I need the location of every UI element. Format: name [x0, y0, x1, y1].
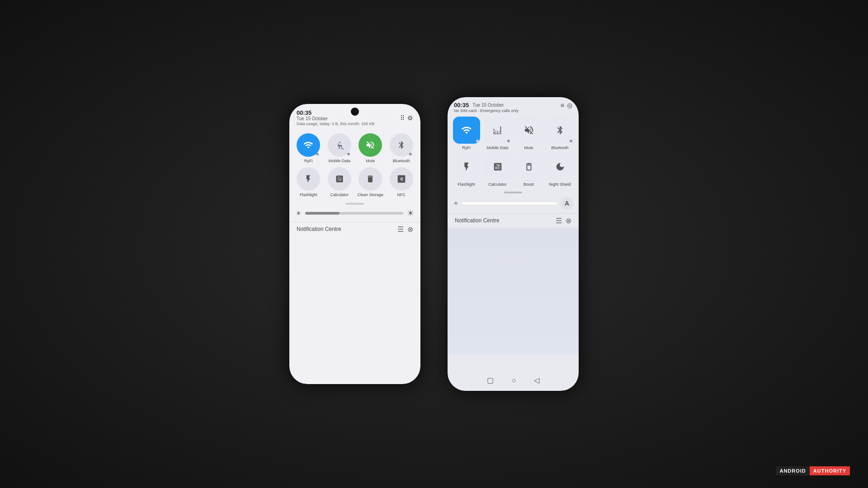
scroll-indicator-left: [346, 203, 364, 205]
phone-right-screen: 00:35 Tue 15 October No SIM card - Emerg…: [448, 97, 579, 391]
notif-close-icon-right[interactable]: ⊗: [566, 216, 571, 225]
expand-dot-bt: [409, 153, 412, 155]
mute-icon-right: [515, 117, 542, 144]
time-left: 00:35: [297, 109, 375, 116]
notif-list-icon-right[interactable]: ☰: [556, 216, 562, 225]
tile-label-calc-right: Calculator: [488, 182, 507, 187]
bluetooth-icon-left: [390, 133, 413, 157]
tile-night-shield-right[interactable]: Night Shield: [546, 153, 574, 187]
status-left-right-info: 00:35 Tue 15 October No SIM card - Emerg…: [454, 102, 519, 113]
calculator-icon-right: [484, 153, 511, 180]
tile-nfc-left[interactable]: NFC: [388, 167, 415, 197]
brightness-track-left[interactable]: [305, 212, 403, 215]
calculator-icon-left: [328, 167, 351, 191]
quick-tiles-row2-right: Flashlight Calculator Boost: [448, 153, 579, 190]
data-usage-left: Data usage, today: 0 B, this month: 105 …: [297, 122, 375, 126]
tile-boost-right[interactable]: Boost: [514, 153, 543, 187]
nav-bar-right: ▢ ○ ◁: [448, 374, 579, 386]
notification-centre-left: Notification Centre ☰ ⊗: [289, 222, 420, 236]
bluetooth-icon-right: [547, 117, 574, 144]
tile-label-boost-right: Boost: [524, 182, 534, 187]
tile-flashlight-left[interactable]: Flashlight: [295, 167, 322, 197]
quick-tiles-row1-left: RyFi Mobile Data Mute: [289, 130, 420, 167]
tile-label-mdata-right: Mobile Data: [486, 145, 508, 150]
phone-left-screen: 00:35 Tue 15 October Data usage, today: …: [289, 104, 420, 384]
mobile-data-icon-right: [484, 117, 511, 144]
expand-dot-wifi-right: [476, 140, 479, 142]
brightness-min-icon: ☀: [296, 210, 302, 217]
nav-home-btn[interactable]: ○: [512, 376, 516, 385]
tile-mobile-data-left[interactable]: Mobile Data: [326, 133, 354, 164]
tile-label-flashlight-right: Flashlight: [458, 182, 475, 187]
main-content-left: [289, 236, 420, 363]
flashlight-icon-left: [297, 167, 320, 191]
brightness-row-right[interactable]: ☀ A: [448, 195, 579, 211]
scene: 00:35 Tue 15 October Data usage, today: …: [0, 0, 868, 488]
watermark: ANDROID AUTHORITY: [776, 466, 850, 475]
scroll-indicator-right: [504, 192, 522, 193]
tile-bluetooth-right[interactable]: Bluetooth: [546, 117, 574, 150]
auto-brightness-btn[interactable]: A: [561, 197, 573, 210]
tile-wifi-left[interactable]: RyFi: [295, 133, 322, 164]
tile-label-bt-left: Bluetooth: [393, 159, 410, 164]
nfc-icon-left: [390, 167, 413, 191]
notification-icons-left: ☰ ⊗: [397, 225, 413, 234]
nav-back-btn[interactable]: ◁: [534, 376, 539, 385]
phone-right: 00:35 Tue 15 October No SIM card - Emerg…: [448, 97, 579, 391]
menu-icon-right[interactable]: ≡: [561, 102, 564, 109]
status-left-info: 00:35 Tue 15 October Data usage, today: …: [297, 109, 375, 126]
brightness-fill-right: [462, 202, 514, 205]
settings-icon[interactable]: ⚙: [407, 114, 413, 122]
notch-teardrop: [351, 108, 359, 116]
clean-storage-icon-left: [359, 167, 382, 191]
notification-icons-right: ☰ ⊗: [556, 216, 571, 225]
status-right-icons: ≡ ◎: [561, 102, 572, 109]
sim-status-right: No SIM card - Emergency calls only: [454, 108, 519, 113]
notif-close-icon[interactable]: ⊗: [407, 225, 413, 234]
brightness-track-right[interactable]: [462, 202, 558, 205]
tile-label-flashlight-left: Flashlight: [300, 192, 317, 197]
wifi-icon-right: [453, 117, 480, 144]
notification-label-right: Notification Centre: [455, 217, 500, 224]
nav-recents-btn[interactable]: ▢: [487, 376, 494, 385]
mobile-data-icon-left: [328, 133, 351, 157]
tile-calculator-left[interactable]: Calculator: [326, 167, 354, 197]
wifi-icon-left: [297, 133, 320, 157]
settings-icon-right[interactable]: ◎: [567, 102, 572, 109]
brightness-max-icon: ☀: [407, 208, 414, 218]
watermark-android: ANDROID: [776, 466, 809, 475]
tile-mute-right[interactable]: Mute: [514, 117, 543, 150]
date-right: Tue 15 October: [472, 103, 504, 108]
night-shield-icon-right: [547, 153, 574, 180]
phone-left: 00:35 Tue 15 October Data usage, today: …: [289, 104, 420, 384]
tile-flashlight-right[interactable]: Flashlight: [452, 153, 481, 187]
brightness-icon-right: ☀: [453, 200, 459, 207]
boost-icon-right: [515, 153, 542, 180]
tile-label-mute-left: Mute: [366, 159, 375, 164]
notif-list-icon[interactable]: ☰: [397, 225, 404, 234]
tile-mute-left[interactable]: Mute: [357, 133, 384, 164]
tile-calculator-right[interactable]: Calculator: [483, 153, 512, 187]
expand-dot-wifi: [316, 153, 319, 155]
tile-label-clean-left: Clean Storage: [357, 192, 383, 197]
watermark-authority: AUTHORITY: [810, 466, 850, 475]
tile-label-calc-left: Calculator: [330, 192, 349, 197]
status-icons-left: ⠿ ⚙: [400, 114, 413, 122]
grid-icon: ⠿: [400, 114, 405, 122]
tile-clean-storage-left[interactable]: Clean Storage: [357, 167, 384, 197]
tile-label-wifi-left: RyFi: [304, 159, 313, 164]
expand-dot-mdata-right: [507, 140, 510, 142]
quick-tiles-row2-left: Flashlight Calculator Clean Storage: [289, 167, 420, 201]
auto-brightness-label: A: [565, 200, 569, 207]
expand-dot-bt-right: [570, 140, 572, 142]
brightness-row-left[interactable]: ☀ ☀: [289, 206, 420, 220]
quick-tiles-row1-right: RyFi Mobile Data Mute: [448, 114, 579, 153]
tile-label-bt-right: Bluetooth: [551, 145, 568, 150]
tile-label-nfc-left: NFC: [397, 192, 406, 197]
brightness-fill-left: [305, 212, 340, 215]
tile-wifi-right[interactable]: RyFi: [452, 117, 481, 150]
tile-bluetooth-left[interactable]: Bluetooth: [388, 133, 415, 164]
mute-icon-left: [359, 133, 382, 157]
tile-label-wifi-right: RyFi: [462, 145, 471, 150]
tile-mobile-data-right[interactable]: Mobile Data: [483, 117, 512, 150]
